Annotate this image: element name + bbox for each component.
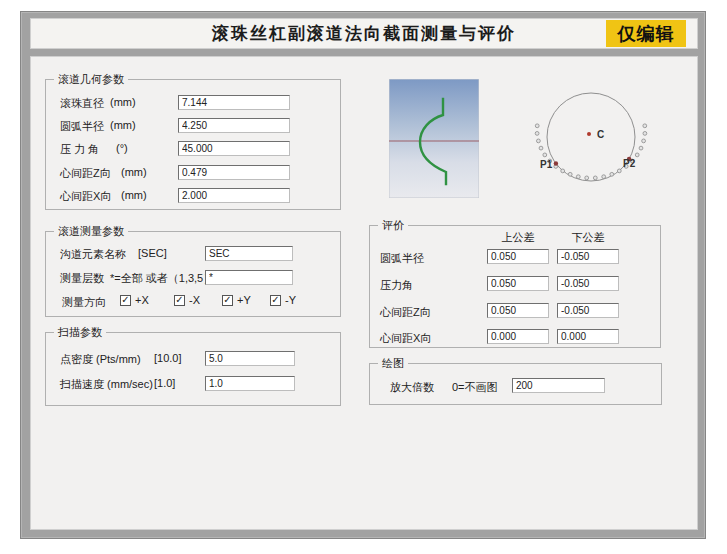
eval-label-center-dist-x: 心间距X向 [380, 331, 431, 346]
ball-diameter-input[interactable] [178, 95, 290, 110]
eval-label-arc-radius: 圆弧半径 [380, 251, 424, 266]
field-hint: [10.0] [154, 352, 182, 364]
pressure-angle-upper-tol-input[interactable] [487, 276, 549, 291]
center-dist-z-lower-tol-input[interactable] [557, 303, 619, 318]
arc-radius-upper-tol-input[interactable] [487, 249, 549, 264]
direction-checkbox-plus-y[interactable]: +Y [222, 294, 251, 306]
arc-radius-input[interactable] [178, 118, 290, 133]
screen: 滚珠丝杠副滚道法向截面测量与评价 仅编辑 滚道几何参数 滚珠直径 (mm) 圆弧… [0, 0, 727, 554]
checkbox-icon[interactable] [120, 295, 131, 306]
direction-checkbox-minus-x[interactable]: -X [174, 294, 200, 306]
checkbox-label: +X [135, 294, 149, 306]
profile-background [389, 79, 479, 198]
pressure-angle-lower-tol-input[interactable] [557, 276, 619, 291]
raceway-profile-graphic [389, 79, 479, 198]
field-label-ball-diameter: 滚珠直径 [60, 96, 104, 111]
measured-points [535, 124, 647, 180]
checkbox-label: -X [189, 294, 200, 306]
field-unit: (mm) [110, 96, 136, 108]
direction-checkbox-plus-x[interactable]: +X [120, 294, 149, 306]
field-label-scan-speed: 扫描速度 (mm/sec) [60, 377, 153, 392]
element-name-input[interactable] [205, 246, 293, 261]
field-label-measure-direction: 测量方向 [62, 295, 106, 310]
field-unit: (mm) [110, 119, 136, 131]
center-dist-z-input[interactable] [178, 165, 290, 180]
center-dist-z-upper-tol-input[interactable] [487, 303, 549, 318]
field-label-center-dist-z: 心间距Z向 [60, 166, 111, 181]
center-dist-x-input[interactable] [178, 188, 290, 203]
title-bar: 滚珠丝杠副滚道法向截面测量与评价 仅编辑 [30, 18, 698, 49]
checkbox-icon[interactable] [174, 295, 185, 306]
field-hint: [1.0] [154, 377, 175, 389]
field-label-pressure-angle: 压 力 角 [60, 142, 99, 157]
panel-title: 滚道测量参数 [54, 224, 128, 239]
measure-layers-input[interactable] [205, 270, 293, 285]
arc-radius-lower-tol-input[interactable] [557, 249, 619, 264]
p1-point [554, 161, 558, 165]
magnification-input[interactable] [512, 378, 605, 393]
eval-label-pressure-angle: 压力角 [380, 278, 413, 293]
panel-title: 绘图 [378, 356, 408, 371]
center-point [587, 132, 591, 136]
field-hint: *=全部 或者（1,3,5） [110, 271, 214, 286]
field-hint: [SEC] [138, 247, 167, 259]
pressure-angle-input[interactable] [178, 141, 290, 156]
fit-circle [547, 93, 635, 181]
field-label-arc-radius: 圆弧半径 [60, 119, 104, 134]
panel-scan-parameters: 扫描参数 点密度 (Pts/mm) [10.0] 扫描速度 (mm/sec) [… [45, 332, 341, 406]
center-dist-x-lower-tol-input[interactable] [557, 329, 619, 344]
direction-checkbox-minus-y[interactable]: -Y [270, 294, 296, 306]
checkbox-icon[interactable] [222, 295, 233, 306]
checkbox-icon[interactable] [270, 295, 281, 306]
point-density-input[interactable] [205, 351, 295, 366]
checkbox-label: -Y [285, 294, 296, 306]
scan-speed-input[interactable] [205, 376, 295, 391]
center-dist-x-upper-tol-input[interactable] [487, 329, 549, 344]
panel-drawing: 绘图 放大倍数 0=不画图 [369, 363, 662, 405]
field-label-center-dist-x: 心间距X向 [60, 189, 111, 204]
checkbox-label: +Y [237, 294, 251, 306]
panel-evaluation: 评价 上公差 下公差 圆弧半径 压力角 心间距Z向 心间距X向 [369, 225, 661, 348]
field-label-element-name: 沟道元素名称 [60, 247, 126, 262]
lower-tolerance-header: 下公差 [557, 230, 619, 245]
field-label-point-density: 点密度 (Pts/mm) [60, 352, 141, 367]
app-window: 滚珠丝杠副滚道法向截面测量与评价 仅编辑 滚道几何参数 滚珠直径 (mm) 圆弧… [20, 11, 706, 539]
field-hint: 0=不画图 [452, 380, 498, 395]
panel-title: 滚道几何参数 [54, 72, 128, 87]
field-label-measure-layers: 测量层数 [60, 271, 104, 286]
dialog-content: 滚道几何参数 滚珠直径 (mm) 圆弧半径 (mm) 压 力 角 (°) 心间距… [30, 56, 698, 530]
panel-title: 扫描参数 [54, 325, 106, 340]
field-unit: (mm) [121, 166, 147, 178]
eval-label-center-dist-z: 心间距Z向 [380, 305, 431, 320]
page-title: 滚珠丝杠副滚道法向截面测量与评价 [212, 22, 516, 45]
p1-label: P1 [540, 159, 553, 170]
upper-tolerance-header: 上公差 [487, 230, 549, 245]
circle-fit-diagram: C P1 P2 [527, 73, 707, 203]
center-label: C [597, 129, 604, 140]
panel-raceway-measurement: 滚道测量参数 沟道元素名称 [SEC] 测量层数 *=全部 或者（1,3,5） … [45, 231, 341, 317]
field-label-magnification: 放大倍数 [390, 380, 434, 395]
field-unit: (°) [116, 142, 128, 154]
field-unit: (mm) [121, 189, 147, 201]
edit-mode-badge: 仅编辑 [606, 20, 686, 47]
panel-title: 评价 [378, 218, 408, 233]
p2-label: P2 [623, 158, 636, 169]
panel-raceway-geometry: 滚道几何参数 滚珠直径 (mm) 圆弧半径 (mm) 压 力 角 (°) 心间距… [45, 79, 341, 210]
